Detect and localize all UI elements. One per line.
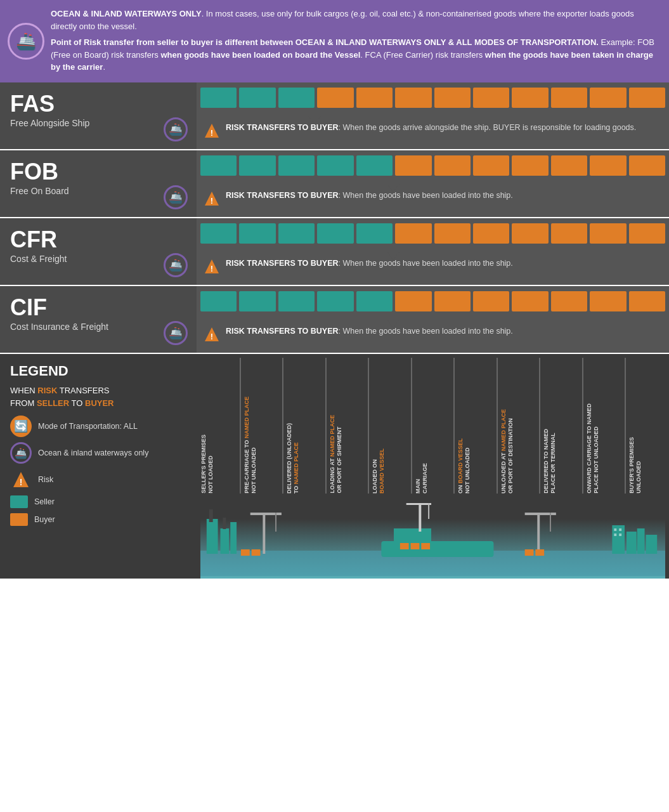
col-label-9: ONWARD CARRIAGE TO NAMEDPLACE NOT UNLOAD… (586, 403, 623, 494)
orange-segment (551, 155, 587, 176)
risk-arrow (387, 183, 399, 192)
incoterm-content-fas: ! RISK TRANSFERS TO BUYER: When the good… (197, 82, 669, 149)
teal-segment (317, 155, 353, 176)
bar-row (197, 218, 669, 252)
header-bold2: Point of Risk transfer from seller to bu… (51, 37, 599, 47)
orange-segment (512, 88, 548, 108)
incoterm-label-fob: FOB Free On Board 🚢 (0, 150, 197, 217)
seller-color-box (10, 495, 28, 508)
risk-icon: ! (203, 122, 221, 143)
legend-to: TO (69, 398, 85, 408)
orange-segment (512, 155, 548, 176)
svg-rect-31 (550, 513, 551, 532)
svg-rect-36 (637, 528, 645, 554)
orange-segment (629, 291, 665, 311)
risk-box: ! RISK TRANSFERS TO BUYER: When the good… (197, 185, 669, 217)
col-divider (497, 358, 498, 494)
legend-items: 🔄 Mode of Transportation: ALL 🚢 Ocean & … (10, 416, 186, 526)
incoterm-label-cfr: CFR Cost & Freight 🚢 (0, 218, 197, 285)
svg-rect-23 (419, 503, 421, 532)
teal-segment (200, 88, 237, 108)
col-label-3: LOADING AT NAMED PLACEOR PORT OF SHIPMEN… (329, 415, 366, 494)
incoterm-row-fas: FAS Free Alongside Ship 🚢 ! RISK TRANSFE… (0, 82, 669, 150)
orange-segment (590, 155, 626, 176)
ocean-transport-icon: 🚢 (10, 442, 32, 464)
incoterm-code: CFR (10, 227, 189, 252)
svg-rect-29 (537, 513, 540, 554)
risk-text: RISK TRANSFERS TO BUYER: When the goods … (226, 122, 636, 134)
svg-text:!: ! (211, 332, 213, 341)
teal-segment (278, 88, 315, 108)
header-section: 🚢 OCEAN & INLAND WATERWAYS ONLY. In most… (0, 0, 669, 82)
legend-section: LEGEND WHEN RISK TRANSFERSFROM SELLER TO… (0, 354, 669, 579)
incoterm-content-fob: ! RISK TRANSFERS TO BUYER: When the good… (197, 150, 669, 217)
orange-segment (434, 155, 471, 176)
svg-rect-12 (220, 528, 229, 554)
risk-text-bold: RISK TRANSFERS TO BUYER (226, 259, 339, 268)
col-label-2: DELIVERED (UNLOADED)TO NAMED PLACE (286, 423, 323, 494)
risk-box: ! RISK TRANSFERS TO BUYER: When the good… (197, 252, 669, 285)
orange-segment (473, 88, 509, 108)
svg-rect-15 (223, 518, 226, 529)
col-divider (368, 358, 369, 494)
incoterm-code: CIF (10, 295, 189, 320)
ship-icon-purple: 🚢 (164, 185, 188, 209)
incoterm-row-cfr: CFR Cost & Freight 🚢 ! RISK TRANSFERS TO… (0, 218, 669, 286)
svg-rect-25 (428, 503, 429, 519)
col-divider (411, 358, 412, 494)
svg-rect-16 (263, 513, 265, 554)
col-label-6: ON BOARD VESSELNOT UNLOADED (457, 438, 494, 494)
legend-subtitle: WHEN RISK TRANSFERSFROM SELLER TO BUYER (10, 384, 186, 409)
incoterm-label-fas: FAS Free Alongside Ship 🚢 (0, 82, 197, 149)
col-label-7: UNLOADED AT NAMED PLACEOR PORT OF DESTIN… (500, 409, 537, 494)
col-divider (325, 358, 327, 494)
svg-rect-40 (614, 534, 616, 536)
svg-rect-17 (250, 513, 282, 515)
svg-text:!: ! (211, 128, 213, 138)
teal-segment (356, 291, 393, 311)
illustration (200, 494, 665, 579)
col-divider (240, 358, 241, 494)
col-label-8: DELIVERED TO NAMEDPLACE OR TERMINAL (543, 429, 580, 494)
legend-all-label: Mode of Transportation: ALL (38, 422, 138, 431)
col-divider (582, 358, 583, 494)
svg-rect-41 (619, 534, 621, 536)
risk-arrow (387, 319, 399, 328)
svg-rect-19 (241, 549, 250, 556)
col-divider (625, 358, 626, 494)
risk-text: RISK TRANSFERS TO BUYER: When the goods … (226, 325, 513, 337)
orange-segment (395, 155, 431, 176)
incoterm-name: Free Alongside Ship (10, 118, 189, 128)
svg-rect-33 (535, 549, 544, 556)
col-label-1: PRE-CARRIAGE TO NAMED PLACENOT UNLOADED (244, 396, 280, 494)
svg-rect-26 (400, 543, 409, 549)
incoterm-code: FOB (10, 159, 189, 185)
legend-columns: SELLER'S PREMISESNOT LOADEDPRE-CARRIAGE … (197, 354, 669, 579)
teal-segment (317, 291, 353, 311)
incoterm-name: Cost Insurance & Freight (10, 322, 189, 332)
header-cont: . FCA (Free Carrier) risk transfers (360, 50, 484, 60)
col-label-10: BUYER'S PREMISESUNLOADED (628, 437, 665, 494)
orange-segment (629, 223, 665, 244)
svg-rect-21 (381, 541, 493, 557)
legend-risk-label: Risk (38, 475, 53, 484)
scene-svg (200, 494, 665, 576)
risk-arrow (308, 115, 321, 124)
svg-rect-24 (406, 503, 431, 505)
legend-item-risk: ! Risk (10, 469, 186, 490)
ship-icon-purple: 🚢 (164, 321, 188, 345)
orange-segment (512, 291, 548, 311)
legend-item-seller: Seller (10, 495, 186, 508)
legend-risk: RISK (37, 386, 57, 395)
legend-buyer: BUYER (85, 398, 114, 408)
teal-segment (317, 223, 353, 244)
svg-rect-22 (394, 528, 431, 542)
orange-segment (512, 223, 548, 244)
risk-icon: ! (203, 326, 221, 346)
orange-segment (356, 88, 393, 108)
risk-icon: ! (203, 190, 221, 211)
legend-ocean-label: Ocean & inland waterways only (38, 449, 148, 457)
orange-segment (395, 223, 431, 244)
teal-segment (200, 223, 237, 244)
risk-text-bold: RISK TRANSFERS TO BUYER (226, 327, 339, 336)
